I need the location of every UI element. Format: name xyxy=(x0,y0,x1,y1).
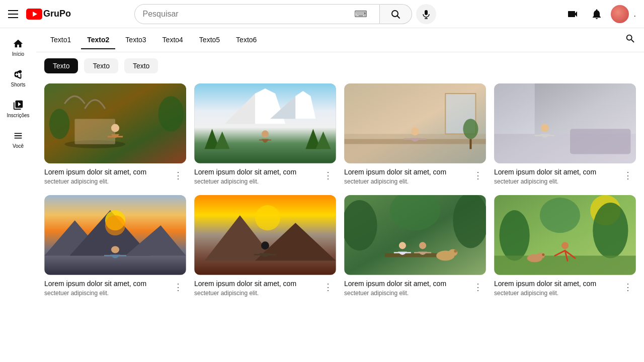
video-info-6: Lorem ipsum dolor sit amet, com sectetue… xyxy=(194,275,336,299)
header-left: GruPo xyxy=(8,9,71,20)
tab-texto5[interactable]: Texto5 xyxy=(193,31,226,49)
video-grid: Lorem ipsum dolor sit amet, com sectetue… xyxy=(36,79,644,303)
svg-rect-32 xyxy=(469,139,471,149)
more-button-6[interactable]: ⋮ xyxy=(320,279,336,295)
logo[interactable]: GruPo xyxy=(26,9,71,20)
create-button[interactable] xyxy=(562,4,583,24)
sidebar-item-inicio[interactable]: Início xyxy=(2,32,34,61)
main-content: Texto1 Texto2 Texto3 Texto4 Texto5 Texto… xyxy=(36,28,644,362)
thumbnail-image-8 xyxy=(494,195,636,275)
tab-texto4[interactable]: Texto4 xyxy=(156,31,189,49)
video-info-7: Lorem ipsum dolor sit amet, com sectetue… xyxy=(344,275,486,299)
thumbnail-image-7 xyxy=(344,195,486,275)
svg-line-3 xyxy=(397,16,400,18)
video-info-3: Lorem ipsum dolor sit amet, com sectetue… xyxy=(344,163,486,188)
video-meta-8: sectetuer adipiscing elit. xyxy=(494,290,616,297)
chip-2[interactable]: Texto xyxy=(84,58,118,73)
hamburger-menu-button[interactable] xyxy=(8,10,18,18)
video-info-2: Lorem ipsum dolor sit amet, com sectetue… xyxy=(194,163,336,188)
chip-row: Texto Texto Texto xyxy=(36,52,644,79)
video-card-1[interactable]: Lorem ipsum dolor sit amet, com sectetue… xyxy=(40,79,190,191)
sidebar-label-voce: Você xyxy=(13,143,24,149)
sidebar-label-inscricoes: Inscrições xyxy=(7,113,29,118)
search-filter-icon xyxy=(625,33,636,44)
video-text-1: Lorem ipsum dolor sit amet, com sectetue… xyxy=(44,167,166,186)
sidebar-label-inicio: Início xyxy=(12,51,24,57)
svg-point-36 xyxy=(541,124,549,132)
chip-3[interactable]: Texto xyxy=(124,58,158,73)
avatar[interactable] xyxy=(611,5,629,23)
home-icon xyxy=(13,38,24,49)
svg-rect-57 xyxy=(385,253,445,257)
video-card-6[interactable]: Lorem ipsum dolor sit amet, com sectetue… xyxy=(190,191,340,303)
header: GruPo ⌨ xyxy=(0,0,644,28)
notifications-button[interactable] xyxy=(587,4,607,24)
svg-point-51 xyxy=(261,242,269,250)
more-button-5[interactable]: ⋮ xyxy=(170,279,186,295)
svg-rect-70 xyxy=(494,256,635,275)
mic-button[interactable] xyxy=(416,4,436,24)
thumbnail-2 xyxy=(194,83,336,163)
video-title-8: Lorem ipsum dolor sit amet, com xyxy=(494,279,616,289)
video-card-5[interactable]: Lorem ipsum dolor sit amet, com sectetue… xyxy=(40,191,190,303)
thumbnail-image-4 xyxy=(494,83,636,163)
sidebar-item-inscricoes[interactable]: Inscrições xyxy=(2,94,34,122)
thumbnail-1 xyxy=(44,83,186,163)
thumbnail-3 xyxy=(344,83,486,163)
video-title-1: Lorem ipsum dolor sit amet, com xyxy=(44,167,166,177)
thumbnail-image-3 xyxy=(344,83,486,163)
you-icon xyxy=(13,130,24,141)
svg-point-44 xyxy=(105,215,125,235)
sidebar-item-voce[interactable]: Você xyxy=(2,124,34,153)
tab-texto1[interactable]: Texto1 xyxy=(44,31,77,49)
video-text-5: Lorem ipsum dolor sit amet, com sectetue… xyxy=(44,279,166,297)
header-right: . xyxy=(562,4,636,24)
svg-point-29 xyxy=(411,127,419,135)
tab-texto6[interactable]: Texto6 xyxy=(230,31,263,49)
svg-rect-9 xyxy=(74,119,115,144)
bell-icon xyxy=(591,8,603,20)
svg-rect-38 xyxy=(494,83,534,134)
more-button-4[interactable]: ⋮ xyxy=(620,167,636,184)
youtube-logo-icon xyxy=(26,9,42,20)
thumbnail-7 xyxy=(344,195,486,275)
video-card-7[interactable]: Lorem ipsum dolor sit amet, com sectetue… xyxy=(340,191,490,303)
video-info-8: Lorem ipsum dolor sit amet, com sectetue… xyxy=(494,275,636,299)
video-meta-4: sectetuer adipiscing elit. xyxy=(494,178,616,185)
thumbnail-4 xyxy=(494,83,636,163)
video-meta-5: sectetuer adipiscing elit. xyxy=(44,290,166,297)
thumbnail-8 xyxy=(494,195,636,275)
video-card-4[interactable]: Lorem ipsum dolor sit amet, com sectetue… xyxy=(490,79,640,191)
svg-point-10 xyxy=(111,124,119,132)
svg-rect-4 xyxy=(425,10,428,15)
svg-point-68 xyxy=(593,203,628,258)
sidebar-item-shorts[interactable]: Shorts xyxy=(2,63,34,92)
more-button-2[interactable]: ⋮ xyxy=(320,167,336,184)
search-button[interactable] xyxy=(380,4,412,24)
chip-1[interactable]: Texto xyxy=(44,58,78,73)
video-meta-1: sectetuer adipiscing elit. xyxy=(44,178,166,185)
sidebar-label-shorts: Shorts xyxy=(11,82,26,87)
keyboard-icon[interactable]: ⌨ xyxy=(354,9,367,20)
thumbnail-6 xyxy=(194,195,336,275)
video-text-4: Lorem ipsum dolor sit amet, com sectetue… xyxy=(494,167,616,186)
video-title-3: Lorem ipsum dolor sit amet, com xyxy=(344,167,466,177)
svg-rect-35 xyxy=(570,129,630,154)
tab-texto2[interactable]: Texto2 xyxy=(81,31,115,49)
video-card-2[interactable]: Lorem ipsum dolor sit amet, com sectetue… xyxy=(190,79,340,191)
search-input[interactable] xyxy=(143,10,354,19)
svg-point-58 xyxy=(399,242,406,249)
tab-texto3[interactable]: Texto3 xyxy=(119,31,152,49)
more-button-1[interactable]: ⋮ xyxy=(170,167,186,184)
logo-text: GruPo xyxy=(43,9,71,19)
video-meta-6: sectetuer adipiscing elit. xyxy=(194,290,316,297)
shorts-icon xyxy=(13,69,24,80)
more-button-3[interactable]: ⋮ xyxy=(470,167,486,184)
more-button-8[interactable]: ⋮ xyxy=(620,279,636,295)
svg-point-31 xyxy=(463,119,478,139)
filter-search-icon[interactable] xyxy=(625,33,636,47)
video-card-3[interactable]: Lorem ipsum dolor sit amet, com sectetue… xyxy=(340,79,490,191)
video-card-8[interactable]: Lorem ipsum dolor sit amet, com sectetue… xyxy=(490,191,640,303)
video-text-6: Lorem ipsum dolor sit amet, com sectetue… xyxy=(194,279,316,297)
more-button-7[interactable]: ⋮ xyxy=(470,279,486,295)
